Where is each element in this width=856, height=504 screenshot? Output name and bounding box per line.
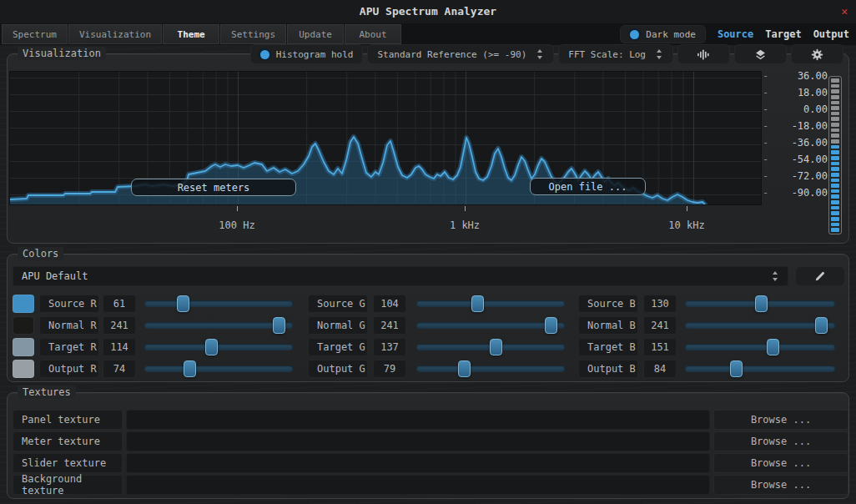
color-value[interactable]: 241 xyxy=(373,316,406,335)
color-slider[interactable] xyxy=(144,316,293,335)
color-slider[interactable] xyxy=(416,316,565,335)
color-value[interactable]: 137 xyxy=(373,338,406,356)
texture-path-input[interactable] xyxy=(126,431,710,451)
color-value[interactable]: 241 xyxy=(643,316,677,335)
color-slider[interactable] xyxy=(416,295,565,313)
slider-handle[interactable] xyxy=(177,295,189,312)
color-slider[interactable] xyxy=(685,338,835,356)
slider-track[interactable] xyxy=(416,322,565,329)
color-slider[interactable] xyxy=(685,295,835,313)
slider-track[interactable] xyxy=(685,344,835,350)
dark-mode-toggle[interactable]: Dark mode xyxy=(620,25,706,43)
slider-track[interactable] xyxy=(144,365,293,372)
color-value[interactable]: 61 xyxy=(103,295,136,313)
histogram-hold-toggle[interactable]: Histogram hold xyxy=(250,44,364,64)
slider-handle[interactable] xyxy=(205,339,218,355)
tab-settings[interactable]: Settings xyxy=(220,24,286,44)
edit-preset-button[interactable] xyxy=(795,266,845,286)
color-slider[interactable] xyxy=(144,338,293,356)
reference-select[interactable]: Standard Reference (>= -90) xyxy=(367,44,554,64)
color-slider[interactable] xyxy=(144,295,293,313)
color-value[interactable]: 74 xyxy=(103,360,136,378)
slider-handle[interactable] xyxy=(755,295,768,312)
meter-segment xyxy=(831,139,839,144)
color-value[interactable]: 151 xyxy=(643,338,677,356)
slider-handle[interactable] xyxy=(767,339,779,355)
slider-track[interactable] xyxy=(685,322,835,329)
slider-handle[interactable] xyxy=(273,317,285,334)
slider-track[interactable] xyxy=(144,322,293,329)
channel-target[interactable]: Target xyxy=(765,28,801,40)
channel-output[interactable]: Output xyxy=(813,28,849,40)
slider-handle[interactable] xyxy=(458,360,471,377)
y-tick-dash: - xyxy=(763,154,768,167)
layers-icon-button[interactable] xyxy=(734,44,787,64)
close-button[interactable]: ✕ xyxy=(841,5,848,18)
y-tick-value: -72.00 xyxy=(792,170,828,184)
x-tick-mark xyxy=(687,206,687,211)
meter-segment xyxy=(831,217,839,221)
slider-handle[interactable] xyxy=(471,295,484,312)
color-slider[interactable] xyxy=(416,360,565,378)
browse-button[interactable]: Browse ... xyxy=(713,410,848,430)
equalizer-icon-button[interactable] xyxy=(677,44,730,64)
target-color-swatch[interactable] xyxy=(13,338,34,356)
color-value[interactable]: 114 xyxy=(103,338,136,356)
color-label: Source B xyxy=(578,295,638,313)
texture-path-input[interactable] xyxy=(126,453,710,473)
meter-segment xyxy=(831,106,839,110)
preset-dropdown[interactable]: APU Default xyxy=(13,266,788,286)
color-value[interactable]: 79 xyxy=(373,360,406,378)
tab-theme[interactable]: Theme xyxy=(163,24,219,44)
browse-button[interactable]: Browse ... xyxy=(713,431,848,451)
tab-spectrum[interactable]: Spectrum xyxy=(2,24,68,44)
browse-button[interactable]: Browse ... xyxy=(713,453,848,473)
slider-handle[interactable] xyxy=(545,317,557,334)
color-slider[interactable] xyxy=(416,338,565,356)
tab-visualization[interactable]: Visualization xyxy=(68,24,162,44)
slider-handle[interactable] xyxy=(490,339,502,355)
y-tick-value: 18.00 xyxy=(798,87,828,100)
slider-handle[interactable] xyxy=(184,360,196,377)
x-tick-label: 10 kHz xyxy=(668,219,704,231)
y-tick-dash: - xyxy=(763,120,768,134)
source-color-swatch[interactable] xyxy=(13,295,34,313)
fft-scale-select[interactable]: FFT Scale: Log xyxy=(558,44,673,64)
y-tick-value: 36.00 xyxy=(798,70,828,83)
y-tick-label: --72.00 xyxy=(763,170,828,184)
slider-track[interactable] xyxy=(416,300,565,307)
spinner-arrows-icon xyxy=(656,49,663,59)
slider-track[interactable] xyxy=(144,344,293,350)
slider-track[interactable] xyxy=(685,365,835,372)
slider-handle[interactable] xyxy=(730,360,743,377)
browse-button[interactable]: Browse ... xyxy=(713,475,848,495)
color-value[interactable]: 84 xyxy=(643,360,677,378)
color-row-target: Target R114Target G137Target B151 xyxy=(8,338,848,356)
texture-path-input[interactable] xyxy=(126,410,710,430)
meter-segment xyxy=(831,179,839,183)
slider-track[interactable] xyxy=(144,300,293,307)
slider-track[interactable] xyxy=(416,365,565,372)
color-label: Normal G xyxy=(308,316,368,335)
color-slider[interactable] xyxy=(144,360,293,378)
texture-path-input[interactable] xyxy=(126,475,710,495)
tab-about[interactable]: About xyxy=(345,24,401,44)
color-value[interactable]: 241 xyxy=(103,316,136,335)
tab-update[interactable]: Update xyxy=(287,24,344,44)
texture-label: Background texture xyxy=(13,475,123,495)
window-title: APU Spectrum Analyzer xyxy=(0,5,856,18)
color-slider[interactable] xyxy=(685,360,835,378)
open-file-button[interactable]: Open file ... xyxy=(530,178,646,195)
color-value[interactable]: 130 xyxy=(643,295,677,313)
settings-gear-button[interactable] xyxy=(791,44,843,64)
viz-toolbar: Histogram hold Standard Reference (>= -9… xyxy=(250,44,843,64)
meter-segment xyxy=(831,150,839,154)
output-color-swatch[interactable] xyxy=(13,360,34,378)
y-tick-label: -36.00 xyxy=(763,70,828,83)
reset-meters-button[interactable]: Reset meters xyxy=(131,179,296,196)
slider-handle[interactable] xyxy=(815,317,828,334)
color-value[interactable]: 104 xyxy=(373,295,406,313)
color-slider[interactable] xyxy=(685,316,835,335)
normal-color-swatch[interactable] xyxy=(13,316,34,335)
channel-source[interactable]: Source xyxy=(718,28,753,40)
